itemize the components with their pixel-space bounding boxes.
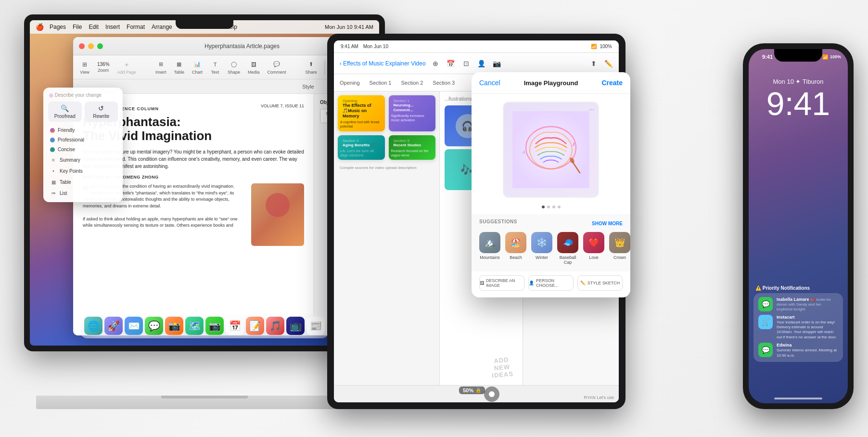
wt-list[interactable]: ≔ List (48, 189, 118, 197)
modal-header: Cancel Image Playground Create (472, 72, 630, 94)
menu-insert[interactable]: Insert (105, 24, 120, 30)
style-sketch-icon: ✏️ (580, 281, 586, 285)
dock-tv[interactable]: 📺 (286, 317, 305, 335)
slide-opening[interactable]: Opening The Effects of 🎵Music on Memory … (338, 95, 385, 131)
dock-photos[interactable]: 📸 (165, 317, 183, 335)
notif-isabella[interactable]: 💬 Isabella Lamare 🍎 Invite for dinner wi… (758, 297, 838, 312)
slide-section5[interactable]: Section 5 Recent Studies Research focuse… (389, 135, 436, 160)
slide-4-content: Section 5 Recent Studies Research focuse… (389, 135, 436, 160)
notif-2-content: Instacart Your Instacart order is on the… (777, 315, 838, 340)
lock-time: 9:41 (766, 87, 830, 120)
modal-create-button[interactable]: Create (601, 79, 623, 87)
toolbar-media[interactable]: 🖼 Media (248, 60, 260, 75)
toolbar-person-icon[interactable]: 👤 (477, 59, 486, 68)
rewrite-button[interactable]: ↺ Rewrite (85, 102, 118, 122)
ipad-zoom-control[interactable]: 50% 🔒 (459, 386, 485, 394)
slide-note: Compile sources for video upload descrip… (338, 164, 435, 172)
menu-pages[interactable]: Pages (50, 24, 66, 30)
slide-4-desc: Research focused on the vagus nerve (391, 149, 434, 157)
toolbar-share[interactable]: ⬆ Share (305, 60, 317, 75)
record-button[interactable] (484, 386, 499, 402)
dock-music[interactable]: 🎵 (266, 317, 284, 335)
section-2[interactable]: Section 2 (401, 80, 423, 86)
slide-1-desc: A cognitive tool with broad potential (340, 120, 383, 129)
toolbar-circle-icon[interactable]: ⊕ (431, 59, 440, 68)
crown-icon: 👑 (609, 232, 630, 253)
dock-calendar[interactable]: 📅 (226, 317, 244, 335)
wt-professional[interactable]: Professional (48, 136, 118, 143)
wt-header: ◎ Describe your change (48, 92, 118, 98)
suggestion-crown[interactable]: 👑 Crown (609, 232, 630, 265)
menu-file[interactable]: File (73, 24, 82, 30)
wt-concise[interactable]: Concise (48, 146, 118, 153)
ipad-back-button[interactable]: ‹ Effects of Music Explainer Video (340, 60, 426, 67)
ipad-toolbar-right-icons: ⬆ ✏️ (589, 59, 613, 68)
section-1[interactable]: Section 1 (370, 80, 392, 86)
iphone-screen: 9:41 ▲▲▲ 📶 100% Mon 10 ✦ Tiburon 9:41 ⚠️ (749, 49, 848, 403)
wt-summary[interactable]: ≡ Summary (48, 155, 118, 164)
toolbar-edit-icon[interactable]: ✏️ (603, 59, 613, 68)
dot-2[interactable] (547, 206, 550, 208)
notif-1-content: Isabella Lamare 🍎 Invite for dinner with… (777, 297, 838, 312)
dock-pages[interactable]: 📝 (246, 317, 264, 335)
menu-edit[interactable]: Edit (89, 24, 99, 30)
dot-3[interactable] (552, 206, 555, 208)
toolbar-shape[interactable]: ◯ Shape (228, 60, 240, 75)
notif-3-content: Edwina Summer interns arrived. Meeting a… (777, 343, 838, 358)
dot-1[interactable] (542, 206, 545, 208)
priority-icon: ⚠️ (755, 285, 761, 291)
slide-section1[interactable]: Section 1 Neurolog... Connecti... Signif… (389, 95, 436, 131)
iphone-battery-icon: 100% (830, 54, 841, 59)
close-button[interactable] (79, 43, 85, 49)
toolbar-insert[interactable]: ⊞ Insert (155, 60, 166, 75)
suggestion-beach[interactable]: 🏖️ Beach (505, 232, 526, 265)
toolbar-grid-icon[interactable]: ⊡ (461, 59, 471, 68)
section-opening[interactable]: Opening (340, 80, 360, 86)
menu-arrange[interactable]: Arrange (152, 24, 172, 30)
priority-label: Priority Notifications (763, 285, 810, 291)
suggestion-love[interactable]: ❤️ Love (583, 232, 604, 265)
notif-instacart[interactable]: 🛒 Instacart Your Instacart order is on t… (758, 315, 838, 340)
tab-style[interactable]: Style (297, 82, 319, 91)
suggestion-winter[interactable]: ❄️ Winter (531, 232, 552, 265)
toolbar-add-page[interactable]: + Add Page (117, 60, 137, 75)
modal-cancel-button[interactable]: Cancel (479, 79, 500, 87)
suggestions-label: SUGGESTIONS (479, 219, 517, 224)
toolbar-view[interactable]: ⊞ View (80, 60, 89, 75)
slide-section4[interactable]: Section 4 Aging Benefits 🎵 LA: Let's be … (338, 135, 385, 160)
dock-messages[interactable]: 💬 (145, 317, 163, 335)
toolbar-chart[interactable]: 📊 Chart (192, 60, 203, 75)
dock-facetime[interactable]: 📷 (205, 317, 224, 335)
toolbar-text[interactable]: T Text (210, 60, 220, 75)
toolbar-camera-icon[interactable]: 📷 (492, 59, 502, 68)
show-more-button[interactable]: SHOW MORE (592, 221, 623, 226)
suggestion-baseball-cap[interactable]: 🧢 Baseball Cap (557, 232, 578, 265)
suggestion-mountains[interactable]: 🏔️ Mountains (479, 232, 500, 265)
dock-launchpad[interactable]: 🚀 (104, 317, 123, 335)
style-sketch-option[interactable]: ✏️ STYLE SKETCH (577, 275, 623, 291)
dock-maps[interactable]: 🗺️ (185, 317, 204, 335)
notif-edwina[interactable]: 💬 Edwina Summer interns arrived. Meeting… (758, 343, 838, 358)
apple-icon[interactable]: 🍎 (36, 23, 44, 31)
wt-keypoints[interactable]: • Key Points (48, 167, 118, 175)
menu-format[interactable]: Format (127, 24, 145, 30)
toolbar-calendar-icon[interactable]: 📅 (446, 59, 456, 68)
toolbar-share-icon[interactable]: ⬆ (589, 59, 599, 68)
maximize-button[interactable] (97, 43, 103, 49)
dot-4[interactable] (558, 206, 561, 208)
dock-mail[interactable]: ✉️ (125, 317, 143, 335)
toolbar-table[interactable]: ▦ Table (174, 60, 184, 75)
minimize-button[interactable] (88, 43, 94, 49)
modal-options-icon[interactable]: ··· (588, 105, 594, 113)
wt-friendly[interactable]: Friendly (48, 127, 118, 134)
toolbar-zoom[interactable]: 136% Zoom (97, 62, 110, 73)
person-option[interactable]: 👤 PERSON CHOOSE... (528, 275, 574, 291)
wt-table[interactable]: ▦ Table (48, 178, 118, 186)
dock-news[interactable]: 📰 (306, 317, 325, 335)
dock-finder[interactable]: 🌐 (84, 317, 102, 335)
slide-1-content: Opening The Effects of 🎵Music on Memory … (338, 95, 385, 131)
proofread-button[interactable]: 🔍 Proofread (48, 102, 82, 122)
toolbar-comment[interactable]: 💬 Comment (268, 60, 286, 75)
describe-image-option[interactable]: 🖼 DESCRIBE AN IMAGE (479, 275, 524, 291)
section-3[interactable]: Section 3 (433, 80, 455, 86)
